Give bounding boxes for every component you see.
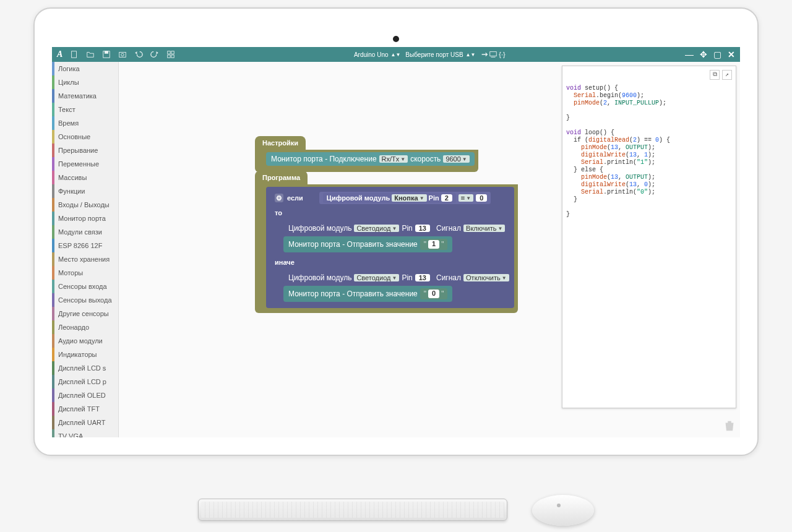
category-item[interactable]: ESP 8266 12F <box>52 239 118 252</box>
save-icon[interactable] <box>102 50 111 59</box>
copy-code-icon[interactable]: ⧉ <box>710 70 720 80</box>
board-selector[interactable]: Arduino Uno▲▼ <box>354 51 400 58</box>
category-item[interactable]: Функции <box>52 184 118 198</box>
digital-read-block[interactable]: Цифровой модуль Кнопка▼ Pin 2 <box>323 193 456 203</box>
maximize-icon[interactable]: ▢ <box>713 50 721 59</box>
rxtx-dropdown[interactable]: Rx/Tx▼ <box>379 155 408 163</box>
block-stack: Настройки Монитор порта - Подключение Rx… <box>255 136 518 313</box>
category-item[interactable]: Дисплей LCD s <box>52 361 118 375</box>
expand-code-icon[interactable]: ↗ <box>722 70 732 80</box>
led-off-block[interactable]: Цифровой модуль Светодиод▼ Pin 13 Сигнал… <box>283 271 514 285</box>
serial-monitor-icon[interactable] <box>489 50 497 59</box>
send-value-0[interactable]: 0 <box>428 290 439 298</box>
svg-rect-6 <box>171 51 174 54</box>
signal-on-dropdown[interactable]: Включить▼ <box>463 225 505 232</box>
compare-value-field[interactable]: 0 <box>476 194 487 202</box>
category-item[interactable]: Леонардо <box>52 320 118 334</box>
serial-connect-block[interactable]: Монитор порта - Подключение Rx/Tx▼ скоро… <box>266 152 475 166</box>
top-toolbar: A Arduino Uno▲▼ Выберите порт USB▲▼ {·} … <box>52 47 740 62</box>
category-item[interactable]: Дисплей TFT <box>52 402 118 416</box>
led-on-block[interactable]: Цифровой модуль Светодиод▼ Pin 13 Сигнал… <box>283 221 510 235</box>
category-item[interactable]: Массивы <box>52 171 118 184</box>
app-logo: A <box>57 49 62 59</box>
category-item[interactable]: Входы / Выходы <box>52 198 118 212</box>
send-value-1[interactable]: 1 <box>428 240 439 249</box>
mouse-graphic <box>532 495 594 526</box>
minimize-icon[interactable]: — <box>685 50 694 59</box>
category-sidebar: ЛогикаЦиклыМатематикаТекстВремяОсновныеП… <box>52 62 119 437</box>
if-else-block[interactable]: ⚙ если Цифровой модуль Кнопка▼ Pin 2 <box>266 187 514 308</box>
svg-point-4 <box>121 53 124 56</box>
category-item[interactable]: Текст <box>52 103 118 116</box>
upload-icon[interactable] <box>480 50 489 59</box>
category-item[interactable]: Другие сенсоры <box>52 307 118 320</box>
category-item[interactable]: Дисплей UART <box>52 416 118 429</box>
keyboard-graphic <box>198 499 507 521</box>
equals-dropdown[interactable]: =▼ <box>458 194 473 202</box>
gear-icon[interactable]: ⚙ <box>275 194 283 202</box>
then-label: то <box>269 207 514 219</box>
close-icon[interactable]: ✕ <box>728 50 735 59</box>
led-pin-field-1[interactable]: 13 <box>415 225 430 232</box>
baud-dropdown[interactable]: 9600▼ <box>443 155 469 163</box>
trash-icon[interactable] <box>723 418 736 434</box>
app-screen: A Arduino Uno▲▼ Выберите порт USB▲▼ {·} … <box>52 47 740 437</box>
category-item[interactable]: Индикаторы <box>52 348 118 361</box>
svg-rect-8 <box>171 55 174 58</box>
category-item[interactable]: Дисплей LCD p <box>52 375 118 388</box>
category-item[interactable]: Прерывание <box>52 144 118 157</box>
led-pin-field-2[interactable]: 13 <box>415 274 430 281</box>
svg-rect-5 <box>168 51 170 54</box>
svg-rect-9 <box>490 52 497 56</box>
speed-label: скорость <box>410 155 441 163</box>
category-item[interactable]: Модули связи <box>52 225 118 239</box>
led-dropdown-1[interactable]: Светодиод▼ <box>354 225 399 232</box>
category-item[interactable]: Дисплей OLED <box>52 388 118 402</box>
if-label: если <box>287 194 303 202</box>
serial-connect-label: Монитор порта - Подключение <box>271 155 377 163</box>
button-dropdown[interactable]: Кнопка▼ <box>392 194 426 202</box>
grid-icon[interactable] <box>166 50 175 59</box>
category-item[interactable]: Математика <box>52 89 118 103</box>
category-item[interactable]: Монитор порта <box>52 212 118 225</box>
svg-rect-7 <box>168 55 170 58</box>
serial-send-0-block[interactable]: Монитор порта - Отправить значение " 0 " <box>283 286 452 302</box>
category-item[interactable]: Логика <box>52 62 118 75</box>
settings-hat[interactable]: Настройки <box>255 136 306 150</box>
signal-off-dropdown[interactable]: Отключить▼ <box>463 274 509 281</box>
screenshot-icon[interactable] <box>118 50 127 59</box>
program-hat[interactable]: Программа <box>255 171 308 184</box>
category-item[interactable]: Время <box>52 116 118 130</box>
svg-rect-2 <box>105 51 108 54</box>
undo-icon[interactable] <box>134 50 143 59</box>
category-item[interactable]: Основные <box>52 130 118 144</box>
webcam-dot <box>393 36 399 42</box>
category-item[interactable]: Сенсоры входа <box>52 280 118 293</box>
category-item[interactable]: Аудио модули <box>52 334 118 348</box>
move-icon[interactable]: ✥ <box>700 50 707 59</box>
port-selector[interactable]: Выберите порт USB▲▼ <box>405 51 475 58</box>
redo-icon[interactable] <box>150 50 159 59</box>
category-item[interactable]: Циклы <box>52 75 118 89</box>
serial-send-1-block[interactable]: Монитор порта - Отправить значение " 1 " <box>283 236 452 252</box>
braces-icon[interactable]: {·} <box>497 50 506 59</box>
category-item[interactable]: Моторы <box>52 266 118 280</box>
category-item[interactable]: Сенсоры выхода <box>52 293 118 307</box>
svg-rect-3 <box>119 53 126 58</box>
new-file-icon[interactable] <box>70 50 79 59</box>
category-item[interactable]: Переменные <box>52 157 118 171</box>
svg-rect-0 <box>72 51 77 58</box>
code-preview-panel: ⧉ ↗ void setup() { Serial.begin(9600); p… <box>562 66 736 408</box>
monitor-frame: A Arduino Uno▲▼ Выберите порт USB▲▼ {·} … <box>33 7 759 456</box>
category-item[interactable]: TV VGA <box>52 429 118 437</box>
category-item[interactable]: Место хранения <box>52 252 118 266</box>
led-dropdown-2[interactable]: Светодиод▼ <box>354 274 399 281</box>
button-pin-field[interactable]: 2 <box>441 194 452 202</box>
open-icon[interactable] <box>86 50 95 59</box>
blockly-workspace[interactable]: Настройки Монитор порта - Подключение Rx… <box>119 62 740 437</box>
else-label: иначе <box>269 256 514 268</box>
